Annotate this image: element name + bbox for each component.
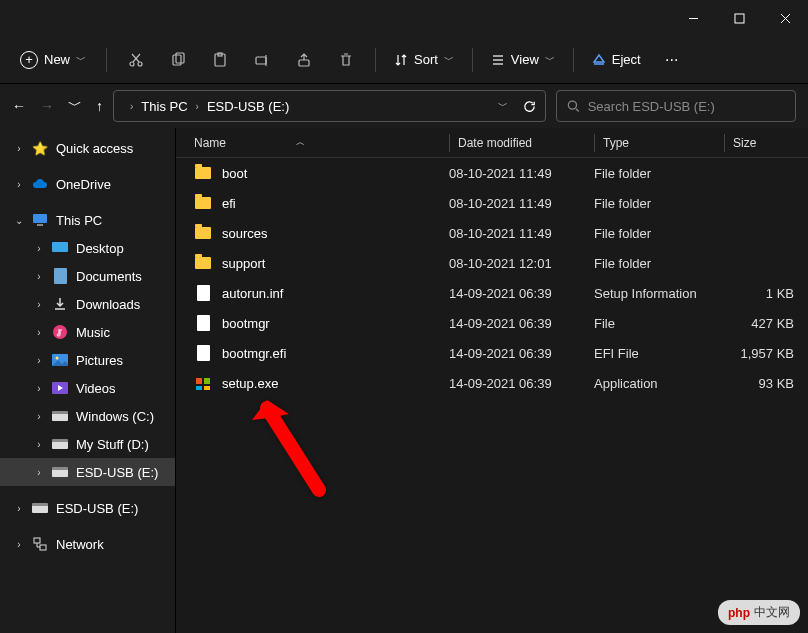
up-button[interactable]: ↑ [96,98,103,114]
sidebar-item-pictures[interactable]: ›Pictures [0,346,175,374]
file-date: 08-10-2021 11:49 [449,226,594,241]
file-row[interactable]: bootmgr14-09-2021 06:39File427 KB [176,308,808,338]
breadcrumb-root[interactable]: This PC [141,99,187,114]
delete-button[interactable] [327,41,365,79]
forward-button[interactable]: → [40,98,54,114]
copy-button[interactable] [159,41,197,79]
more-button[interactable]: ··· [653,41,691,79]
file-row[interactable]: sources08-10-2021 11:49File folder [176,218,808,248]
svg-rect-32 [196,386,202,390]
sidebar-item-quick-access[interactable]: ›⭐Quick access [0,134,175,162]
breadcrumb[interactable]: › This PC › ESD-USB (E:) ﹀ [113,90,546,122]
file-icon [194,284,212,302]
column-size[interactable]: Size [724,134,794,152]
sidebar-item-network[interactable]: ›Network [0,530,175,558]
file-icon [194,374,212,392]
paste-button[interactable] [201,41,239,79]
file-type: File [594,316,724,331]
svg-rect-31 [204,378,210,384]
file-size: 427 KB [724,316,794,331]
svg-rect-33 [204,386,210,390]
maximize-button[interactable] [716,0,762,36]
drive-icon [52,436,68,452]
cut-button[interactable] [117,41,155,79]
file-name: setup.exe [222,376,449,391]
file-list: Name︿ Date modified Type Size boot08-10-… [176,128,808,633]
svg-line-19 [576,109,579,112]
sidebar-item-onedrive[interactable]: ›OneDrive [0,170,175,198]
file-type: File folder [594,256,724,271]
column-headers: Name︿ Date modified Type Size [176,128,808,158]
svg-rect-20 [33,214,47,223]
drive-icon [52,408,68,424]
sidebar-item-videos[interactable]: ›Videos [0,374,175,402]
sidebar-item-downloads[interactable]: ›Downloads [0,290,175,318]
file-type: File folder [594,226,724,241]
file-type: Application [594,376,724,391]
file-row[interactable]: boot08-10-2021 11:49File folder [176,158,808,188]
column-name[interactable]: Name︿ [194,136,449,150]
search-input[interactable] [588,99,785,114]
search-box[interactable] [556,90,796,122]
file-name: bootmgr.efi [222,346,449,361]
view-icon [491,53,505,67]
file-name: boot [222,166,449,181]
chevron-down-icon: ﹀ [76,53,86,67]
file-row[interactable]: setup.exe14-09-2021 06:39Application93 K… [176,368,808,398]
file-name: autorun.inf [222,286,449,301]
separator [573,48,574,72]
documents-icon [52,268,68,284]
file-icon [194,344,212,362]
sidebar-item-desktop[interactable]: ›Desktop [0,234,175,262]
sidebar-item-music[interactable]: ›Music [0,318,175,346]
svg-point-26 [56,357,59,360]
column-date[interactable]: Date modified [449,134,594,152]
file-row[interactable]: bootmgr.efi14-09-2021 06:39EFI File1,957… [176,338,808,368]
sidebar-item-esd-usb-e[interactable]: ›ESD-USB (E:) [0,458,175,486]
new-label: New [44,52,70,67]
svg-rect-29 [40,545,46,550]
column-type[interactable]: Type [594,134,724,152]
back-button[interactable]: ← [12,98,26,114]
file-row[interactable]: efi08-10-2021 11:49File folder [176,188,808,218]
search-icon [567,99,580,113]
music-icon [52,324,68,340]
star-icon: ⭐ [32,140,48,156]
share-button[interactable] [285,41,323,79]
pc-icon [32,212,48,228]
rename-button[interactable] [243,41,281,79]
plus-icon: + [20,51,38,69]
file-icon [194,224,212,242]
view-button[interactable]: View ﹀ [483,52,563,67]
eject-button[interactable]: Eject [584,52,649,67]
sidebar-item-documents[interactable]: ›Documents [0,262,175,290]
sidebar-item-this-pc[interactable]: ⌄This PC [0,206,175,234]
svg-rect-28 [34,538,40,543]
file-date: 14-09-2021 06:39 [449,376,594,391]
new-button[interactable]: + New ﹀ [10,45,96,75]
chevron-right-icon: › [196,101,199,112]
svg-rect-14 [299,60,309,66]
file-row[interactable]: support08-10-2021 12:01File folder [176,248,808,278]
minimize-button[interactable] [670,0,716,36]
file-icon [194,314,212,332]
svg-line-6 [133,54,140,62]
refresh-icon[interactable] [522,99,537,114]
svg-rect-23 [54,268,67,284]
chevron-down-icon[interactable]: ﹀ [498,99,508,113]
sort-button[interactable]: Sort ﹀ [386,52,462,67]
sidebar-item-windows-c[interactable]: ›Windows (C:) [0,402,175,430]
file-name: support [222,256,449,271]
sidebar-item-mystuff-d[interactable]: ›My Stuff (D:) [0,430,175,458]
sidebar-item-esd-usb-e-2[interactable]: ›ESD-USB (E:) [0,494,175,522]
file-date: 14-09-2021 06:39 [449,346,594,361]
svg-rect-21 [37,224,43,226]
watermark: php中文网 [718,600,800,625]
file-row[interactable]: autorun.inf14-09-2021 06:39Setup Informa… [176,278,808,308]
recent-button[interactable]: ﹀ [68,97,82,115]
file-name: efi [222,196,449,211]
svg-line-7 [132,54,139,62]
file-date: 14-09-2021 06:39 [449,286,594,301]
breadcrumb-current[interactable]: ESD-USB (E:) [207,99,289,114]
close-button[interactable] [762,0,808,36]
